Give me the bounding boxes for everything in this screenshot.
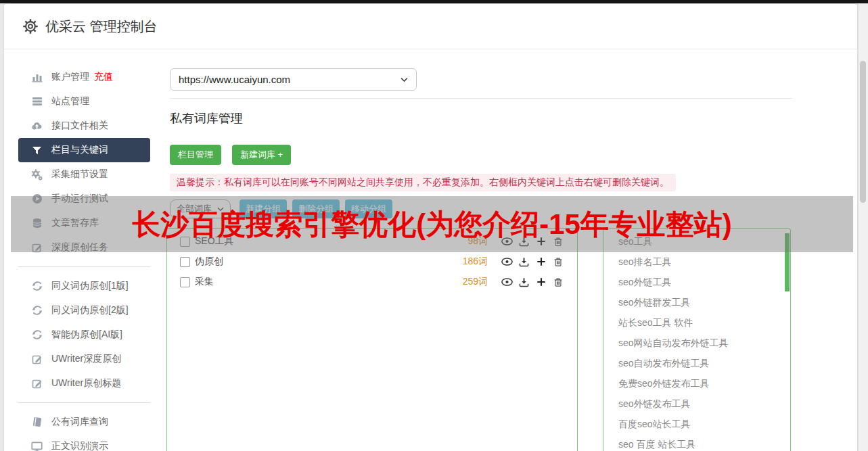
- sidebar-item-label: 同义词伪原创[1版]: [51, 280, 129, 292]
- sidebar-item-smart-ai[interactable]: 智能伪原创[AI版]: [18, 323, 150, 347]
- filter-icon: [31, 145, 43, 156]
- eye-icon[interactable]: [501, 277, 513, 288]
- sidebar-item-public-thesaurus[interactable]: 公有词库查询: [18, 410, 150, 434]
- cloud-upload-icon: [31, 120, 43, 132]
- refresh-icon: [31, 329, 43, 341]
- list-icon: [31, 96, 43, 108]
- site-select-value: https://www.ucaiyun.com: [179, 74, 290, 85]
- new-thesaurus-button[interactable]: 新建词库 +: [232, 145, 291, 165]
- keyword-item[interactable]: seo外链发布工具: [618, 394, 790, 414]
- recharge-badge[interactable]: 充值: [94, 71, 113, 83]
- keyword-list-panel: seo工具 seo排名工具 seo外链工具 seo外链群发工具 站长seo工具 …: [603, 228, 791, 451]
- keyword-item[interactable]: seo外链工具: [618, 272, 790, 292]
- sidebar-item-label: UWriter深度原创: [51, 353, 121, 365]
- page: 优采云 管理控制台 账户管理 充值: [0, 0, 868, 451]
- gear-icon: [23, 19, 38, 34]
- sidebar-item-label: 站点管理: [51, 95, 89, 108]
- column-manage-button[interactable]: 栏目管理: [170, 145, 221, 165]
- refresh-icon: [31, 281, 43, 292]
- thesaurus-panels: SEO工具 98词: [166, 228, 857, 451]
- sidebar-item-label: 公有词库查询: [51, 416, 108, 428]
- sidebar-item-interface-files[interactable]: 接口文件相关: [18, 114, 150, 138]
- tip-banner: 温馨提示：私有词库可以在同账号不同网站之间共享使用，不必重复添加。右侧框内关键词…: [170, 174, 676, 191]
- watermark-text: 长沙百度搜索引擎优化(为您介绍-15年专业整站): [132, 206, 732, 243]
- keyword-item[interactable]: 站长seo工具 软件: [618, 312, 790, 333]
- sidebar-item-label: UWriter原创标题: [51, 377, 121, 389]
- book-icon: [31, 417, 43, 428]
- keyword-item[interactable]: 百度seo站长工具: [618, 414, 790, 434]
- sidebar-item-synonym-v1[interactable]: 同义词伪原创[1版]: [18, 274, 150, 298]
- refresh-icon: [31, 305, 43, 316]
- action-buttons: 栏目管理 新建词库 +: [170, 145, 857, 165]
- sidebar-item-label: 接口文件相关: [51, 120, 108, 132]
- bar-chart-icon: [31, 72, 43, 83]
- plus-icon[interactable]: [535, 277, 547, 288]
- page-title: 私有词库管理: [170, 110, 857, 126]
- table-row: 采集 259词: [180, 272, 564, 292]
- table-row: 伪原创 186词: [180, 252, 564, 272]
- thesaurus-name: 伪原创: [195, 256, 223, 268]
- monitor-icon: [31, 441, 43, 451]
- app-header: 优采云 管理控制台: [4, 4, 857, 49]
- sidebar-item-uwriter-deep[interactable]: UWriter深度原创: [18, 347, 150, 371]
- gears-icon: [31, 169, 43, 181]
- sidebar-item-label: 同义词伪原创[2版]: [51, 304, 129, 316]
- eye-icon[interactable]: [501, 256, 513, 268]
- watermark-band: 长沙百度搜索引擎优化(为您介绍-15年专业整站): [11, 196, 853, 252]
- download-icon[interactable]: [518, 256, 530, 268]
- edit-icon: [31, 354, 43, 365]
- sidebar-item-columns-keywords[interactable]: 栏目与关键词: [18, 138, 150, 162]
- sidebar-divider: [18, 266, 150, 267]
- page-scrollbar-thumb[interactable]: [860, 61, 866, 203]
- sidebar-item-label: 采集细节设置: [51, 168, 108, 181]
- divider: [170, 98, 792, 99]
- sidebar-item-account[interactable]: 账户管理 充值: [18, 65, 150, 89]
- sidebar-divider: [18, 402, 150, 403]
- sidebar-item-label: 账户管理: [51, 71, 89, 83]
- sidebar-item-synonym-v2[interactable]: 同义词伪原创[2版]: [18, 298, 150, 323]
- thesaurus-list-panel: SEO工具 98词: [166, 228, 578, 451]
- row-checkbox[interactable]: [180, 257, 190, 267]
- thesaurus-name: 采集: [195, 276, 214, 288]
- keyword-item[interactable]: 免费seo外链发布工具: [618, 373, 790, 394]
- sidebar-item-label: 正文识别演示: [51, 440, 108, 451]
- sidebar-item-content-recognition[interactable]: 正文识别演示: [18, 434, 150, 451]
- sidebar-item-uwriter-title[interactable]: UWriter原创标题: [18, 371, 150, 396]
- sidebar-item-label: 智能伪原创[AI版]: [51, 329, 122, 341]
- word-count: 259词: [463, 276, 488, 288]
- trash-icon[interactable]: [552, 256, 564, 268]
- edit-icon: [31, 378, 43, 389]
- keyword-item[interactable]: seo自动发布外链工具: [618, 353, 790, 373]
- app-title: 优采云 管理控制台: [45, 18, 158, 36]
- keyword-item[interactable]: seo 百度 站长工具: [618, 434, 790, 451]
- page-scrollbar[interactable]: [858, 3, 868, 451]
- sidebar-item-label: 栏目与关键词: [51, 144, 108, 156]
- trash-icon[interactable]: [552, 277, 564, 288]
- keyword-item[interactable]: seo网站自动发布外链工具: [618, 333, 790, 353]
- sidebar-item-sites[interactable]: 站点管理: [18, 89, 150, 114]
- site-select[interactable]: https://www.ucaiyun.com: [170, 68, 417, 91]
- top-black-bar: [0, 0, 868, 3]
- row-checkbox[interactable]: [180, 277, 190, 287]
- keyword-item[interactable]: seo排名工具: [618, 252, 790, 272]
- download-icon[interactable]: [518, 277, 530, 288]
- sidebar-item-collect-settings[interactable]: 采集细节设置: [18, 162, 150, 187]
- chevron-down-icon: [401, 77, 408, 82]
- plus-icon[interactable]: [535, 256, 547, 268]
- keyword-item[interactable]: seo外链群发工具: [618, 292, 790, 312]
- word-count: 186词: [463, 256, 488, 268]
